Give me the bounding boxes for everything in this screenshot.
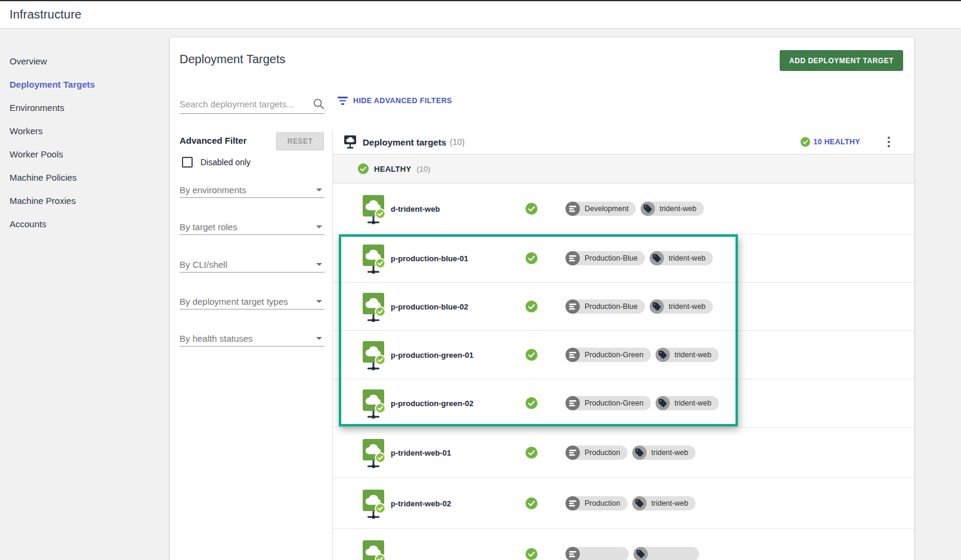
deployment-target-monitor-icon bbox=[344, 135, 357, 149]
role-label: trident-web bbox=[651, 499, 688, 508]
healthy-group-header[interactable]: HEALTHY (10) bbox=[333, 154, 914, 184]
disabled-only-checkbox-row: Disabled only bbox=[182, 157, 251, 168]
environment-chip[interactable]: Production-Blue bbox=[566, 251, 645, 265]
filter-by-health-statuses-dropdown[interactable]: By health statuses bbox=[180, 330, 325, 346]
environment-chip[interactable]: Production-Green bbox=[566, 348, 651, 362]
reset-button[interactable]: RESET bbox=[276, 132, 324, 150]
role-chip[interactable]: trident-web bbox=[650, 251, 713, 265]
advanced-filter-title: Advanced Filter bbox=[180, 135, 247, 146]
healthy-status-icon bbox=[526, 349, 537, 361]
deployment-targets-list: Deployment targets (10) 10 HEALTHY HEALT… bbox=[332, 130, 914, 560]
health-summary[interactable]: 10 HEALTHY bbox=[801, 137, 860, 147]
list-title: Deployment targets bbox=[363, 137, 446, 147]
sidebar-item-accounts[interactable]: Accounts bbox=[0, 212, 170, 236]
target-name[interactable]: p-production-green-02 bbox=[391, 399, 526, 408]
deployment-target-icon bbox=[361, 540, 385, 560]
sidebar-item-machine-policies[interactable]: Machine Policies bbox=[0, 166, 170, 189]
environment-icon bbox=[566, 202, 580, 216]
role-label: trident-web bbox=[669, 254, 706, 262]
environment-chip[interactable]: Production-Blue bbox=[566, 299, 645, 314]
deployment-target-icon bbox=[361, 341, 385, 373]
chevron-down-icon bbox=[316, 263, 322, 266]
role-chip[interactable]: trident-web bbox=[656, 396, 719, 410]
sidebar-item-overview[interactable]: Overview bbox=[0, 49, 170, 73]
role-chip[interactable]: trident-web bbox=[632, 496, 696, 511]
filter-by-target-types-dropdown[interactable]: By deployment target types bbox=[180, 293, 325, 310]
healthy-status-icon bbox=[526, 203, 537, 215]
environment-label: Production-Green bbox=[585, 399, 644, 407]
healthy-status-icon bbox=[526, 301, 537, 313]
sidebar-item-machine-proxies[interactable]: Machine Proxies bbox=[0, 189, 170, 212]
target-name[interactable]: p-trident-web-02 bbox=[391, 499, 526, 508]
role-chip[interactable]: trident-web bbox=[650, 299, 713, 314]
sidebar-item-workers[interactable]: Workers bbox=[0, 119, 170, 143]
healthy-check-icon bbox=[801, 137, 810, 147]
tag-icon bbox=[641, 202, 655, 216]
tag-icon bbox=[656, 348, 670, 362]
sidebar-item-deployment-targets[interactable]: Deployment Targets bbox=[0, 73, 170, 96]
environment-label: Production bbox=[585, 499, 620, 508]
table-row[interactable] bbox=[333, 529, 914, 560]
filter-by-target-roles-dropdown[interactable]: By target roles bbox=[180, 219, 325, 235]
sidebar-item-environments[interactable]: Environments bbox=[0, 96, 170, 119]
dropdown-label: By health statuses bbox=[180, 333, 253, 344]
environment-icon bbox=[566, 299, 580, 314]
target-name[interactable]: d-trident-web bbox=[391, 205, 526, 214]
table-row[interactable]: p-production-green-01 Production-Green t… bbox=[333, 331, 914, 379]
tag-icon bbox=[634, 547, 648, 560]
role-label: trident-web bbox=[675, 399, 712, 407]
healthy-status-icon bbox=[526, 252, 537, 264]
environment-chip[interactable]: Production-Green bbox=[566, 396, 651, 410]
app-header: Infrastructure bbox=[0, 1, 961, 29]
target-name[interactable]: p-production-green-01 bbox=[391, 351, 526, 360]
filter-icon bbox=[338, 97, 348, 105]
disabled-only-label: Disabled only bbox=[200, 157, 251, 167]
search-input[interactable] bbox=[180, 99, 313, 109]
hide-advanced-filters-link[interactable]: HIDE ADVANCED FILTERS bbox=[338, 97, 452, 105]
disabled-only-checkbox[interactable] bbox=[182, 157, 193, 168]
section-title: Deployment Targets bbox=[180, 52, 286, 66]
table-row[interactable]: p-production-green-02 Production-Green t… bbox=[333, 379, 914, 428]
table-row[interactable]: p-trident-web-02 Production trident-web bbox=[333, 478, 914, 529]
environment-chip[interactable]: Production bbox=[566, 496, 628, 511]
tag-icon bbox=[650, 251, 664, 265]
filter-by-cli-shell-dropdown[interactable]: By CLI/shell bbox=[180, 256, 325, 273]
table-row[interactable]: p-production-blue-01 Production-Blue tri… bbox=[333, 234, 914, 283]
health-summary-label: 10 HEALTHY bbox=[814, 138, 860, 146]
infrastructure-sidebar: Overview Deployment Targets Environments… bbox=[0, 29, 170, 236]
environment-chip[interactable]: Production bbox=[566, 445, 628, 460]
tag-icon bbox=[650, 299, 664, 314]
target-name[interactable]: p-production-blue-01 bbox=[391, 254, 526, 263]
role-label: trident-web bbox=[651, 448, 688, 457]
environment-icon bbox=[566, 547, 580, 560]
deployment-target-icon bbox=[361, 439, 385, 471]
search-field[interactable] bbox=[180, 94, 325, 114]
table-row[interactable]: p-production-blue-02 Production-Blue tri… bbox=[333, 283, 914, 331]
table-row[interactable]: d-trident-web Development trident-web bbox=[333, 184, 914, 234]
target-name[interactable]: p-trident-web-01 bbox=[391, 448, 526, 457]
role-label: trident-web bbox=[669, 302, 706, 311]
role-chip[interactable] bbox=[634, 547, 699, 560]
overflow-menu-button[interactable] bbox=[885, 134, 892, 150]
role-chip[interactable]: trident-web bbox=[632, 445, 696, 460]
sidebar-item-worker-pools[interactable]: Worker Pools bbox=[0, 143, 170, 166]
environment-chip[interactable]: Development bbox=[566, 202, 636, 216]
dropdown-label: By deployment target types bbox=[180, 296, 288, 307]
role-chip[interactable]: trident-web bbox=[641, 202, 704, 216]
deployment-targets-panel: Deployment Targets ADD DEPLOYMENT TARGET… bbox=[170, 38, 914, 560]
environment-label: Development bbox=[585, 205, 629, 213]
deployment-target-icon bbox=[361, 195, 385, 227]
add-deployment-target-button[interactable]: ADD DEPLOYMENT TARGET bbox=[780, 50, 903, 71]
target-name[interactable]: p-production-blue-02 bbox=[391, 302, 526, 311]
environment-label: Production-Blue bbox=[585, 254, 638, 262]
environment-icon bbox=[566, 396, 580, 410]
healthy-status-icon bbox=[526, 548, 537, 560]
environment-chip[interactable] bbox=[566, 547, 629, 560]
role-chip[interactable]: trident-web bbox=[656, 348, 719, 362]
table-row[interactable]: p-trident-web-01 Production trident-web bbox=[333, 428, 914, 478]
filter-by-environments-dropdown[interactable]: By environments bbox=[180, 182, 325, 198]
deployment-target-icon bbox=[361, 490, 385, 521]
environment-label: Production bbox=[585, 448, 620, 457]
environment-label: Production-Blue bbox=[585, 302, 638, 311]
tag-icon bbox=[656, 396, 670, 410]
